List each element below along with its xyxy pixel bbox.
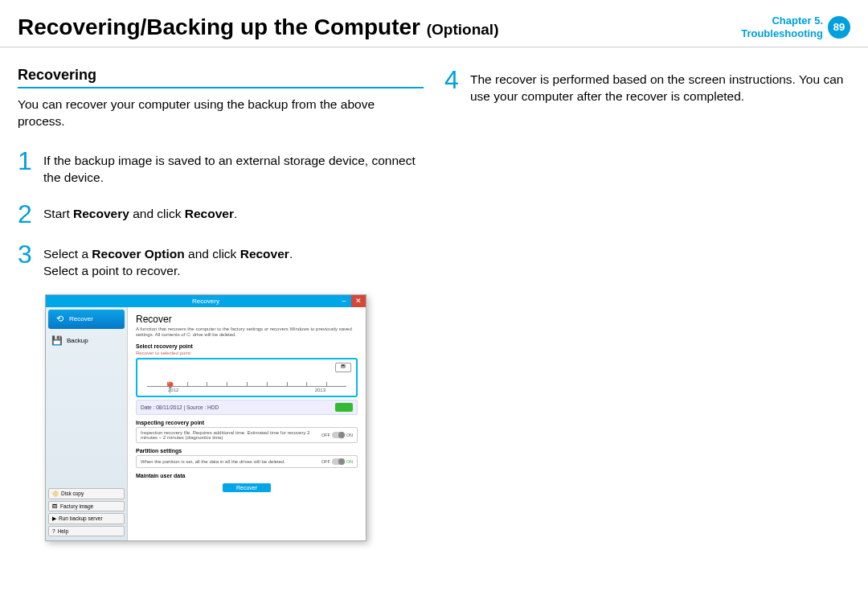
sidebar-run-backup[interactable]: ▶ Run backup server — [48, 513, 125, 524]
panel-heading: Recover — [136, 314, 358, 325]
toggle-partition[interactable]: OFFON — [321, 458, 353, 465]
label-select-point: Select recovery point — [136, 343, 358, 349]
confirm-icon[interactable] — [335, 403, 353, 412]
step-4: 4 The recover is performed based on the … — [444, 67, 850, 105]
step-3: 3 Select a Recover Option and click Reco… — [18, 241, 424, 280]
step-1: 1 If the backup image is saved to an ext… — [18, 148, 424, 187]
disk-icon[interactable]: ⛃ — [335, 363, 351, 372]
timeline-box[interactable]: ⛃ 📍 20122013 — [136, 358, 358, 397]
page-title: Recovering/Backing up the Computer (Opti… — [18, 14, 498, 40]
sidebar-factory-image[interactable]: 🖼 Factory image — [48, 501, 125, 511]
step-2: 2 Start Recovery and click Recover. — [18, 201, 424, 227]
intro-text: You can recover your computer using the … — [18, 97, 424, 130]
sidebar-item-backup[interactable]: 💾Backup — [46, 331, 127, 351]
sidebar-help[interactable]: ? Help — [48, 526, 125, 536]
close-icon[interactable]: ✕ — [351, 295, 366, 307]
sidebar: ⟲Recover 💾Backup 📀 Disk copy 🖼 Factory i… — [46, 307, 128, 540]
recover-button[interactable]: Recover — [223, 483, 271, 492]
step-number: 4 — [444, 67, 462, 105]
section-heading: Recovering — [18, 67, 424, 88]
sidebar-item-recover[interactable]: ⟲Recover — [48, 310, 125, 329]
window-titlebar: Recovery –✕ — [46, 295, 366, 307]
app-screenshot: Recovery –✕ ⟲Recover 💾Backup 📀 Disk copy… — [45, 294, 366, 541]
sidebar-disk-copy[interactable]: 📀 Disk copy — [48, 488, 125, 499]
minimize-icon[interactable]: – — [337, 295, 351, 307]
panel-description: A function that recovers the computer to… — [136, 326, 358, 339]
toggle-inspect[interactable]: OFFON — [321, 432, 353, 438]
chapter-info: Chapter 5.Troubleshooting 89 — [741, 14, 850, 39]
step-number: 3 — [18, 241, 35, 280]
recover-icon: ⟲ — [54, 314, 65, 325]
page-number: 89 — [828, 16, 850, 39]
backup-icon: 💾 — [51, 335, 63, 347]
step-number: 2 — [18, 201, 35, 227]
step-number: 1 — [18, 148, 35, 187]
partition-panel: When the partition is set, all the data … — [136, 455, 358, 468]
info-bar: Date : 08/11/2012 | Source : HDD — [136, 400, 358, 415]
inspect-panel: Inspection recovery file. Requires addit… — [136, 427, 358, 443]
